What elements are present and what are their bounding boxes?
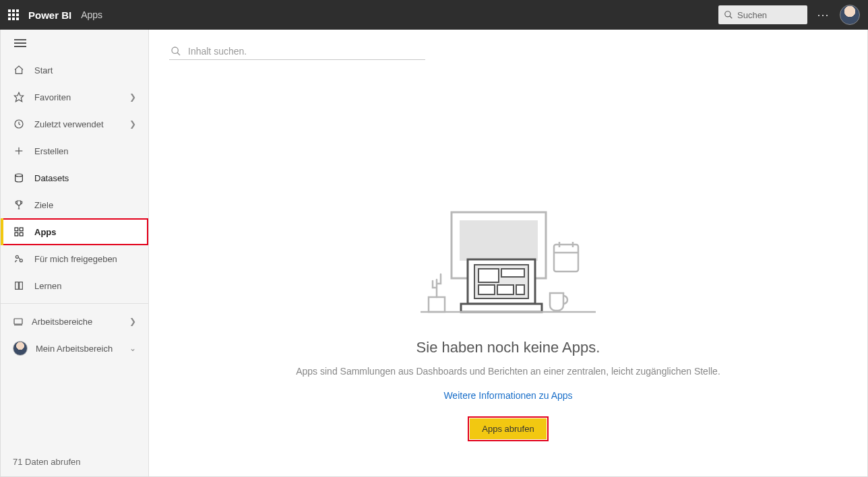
svg-marker-2 (14, 92, 23, 101)
sidebar-item-label: Mein Arbeitsbereich (36, 344, 113, 354)
plus-icon (13, 145, 25, 157)
sidebar-item-label: Apps (34, 227, 57, 237)
global-search-placeholder: Suchen (737, 10, 767, 20)
user-avatar[interactable] (840, 5, 860, 25)
svg-rect-9 (15, 232, 18, 236)
svg-rect-13 (14, 319, 22, 324)
workspace-avatar (13, 341, 28, 356)
sidebar-item-my-workspace[interactable]: Mein Arbeitsbereich ⌄ (1, 335, 148, 362)
sidebar-item-datasets[interactable]: Datasets (1, 164, 148, 191)
svg-rect-10 (20, 232, 23, 236)
chevron-right-icon: ❯ (129, 317, 136, 326)
datasets-icon (13, 172, 25, 184)
svg-rect-26 (497, 285, 514, 294)
sidebar-get-data[interactable]: 71 Daten abrufen (1, 447, 148, 476)
empty-state-subtitle: Apps sind Sammlungen aus Dashboards und … (296, 366, 720, 377)
svg-rect-8 (20, 228, 23, 231)
content-search-input[interactable] (188, 46, 424, 57)
sidebar-item-label: Zuletzt verwendet (34, 119, 104, 129)
get-apps-button[interactable]: Apps abrufen (470, 418, 546, 439)
topbar-left: Power BI Apps (8, 9, 102, 21)
brand-label: Power BI (28, 9, 71, 21)
sidebar: Start Favoriten ❯ Zuletzt verwendet ❯ (1, 30, 149, 476)
sidebar-item-label: Arbeitsbereiche (32, 317, 92, 327)
empty-state-learn-link[interactable]: Weitere Informationen zu Apps (443, 390, 572, 401)
sidebar-item-favorites[interactable]: Favoriten ❯ (1, 84, 148, 110)
empty-state-illustration (421, 208, 596, 316)
svg-rect-28 (461, 304, 542, 312)
trophy-icon (13, 199, 25, 211)
top-bar: Power BI Apps Suchen ⋯ (0, 0, 868, 30)
search-icon (170, 46, 181, 57)
main-content: Sie haben noch keine Apps. Apps sind Sam… (149, 30, 867, 476)
topbar-right: Suchen ⋯ (718, 5, 860, 25)
sidebar-item-create[interactable]: Erstellen (1, 137, 148, 164)
app-launcher-icon[interactable] (8, 9, 19, 20)
sidebar-item-workspaces[interactable]: Arbeitsbereiche ❯ (1, 308, 148, 335)
sidebar-item-shared[interactable]: Für mich freigegeben (1, 245, 148, 272)
workspaces-icon (13, 316, 24, 327)
sidebar-item-label: Favoriten (34, 92, 71, 102)
sidebar-item-apps[interactable]: Apps (1, 218, 148, 245)
sidebar-item-start[interactable]: Start (1, 57, 148, 84)
svg-line-16 (177, 53, 180, 55)
sidebar-item-learn[interactable]: Lernen (1, 272, 148, 299)
global-search[interactable]: Suchen (718, 5, 807, 24)
svg-point-15 (172, 47, 178, 53)
svg-line-1 (730, 16, 733, 19)
sidebar-item-label: Erstellen (34, 146, 69, 156)
svg-rect-24 (501, 269, 524, 277)
svg-rect-18 (460, 220, 538, 261)
home-icon (13, 64, 25, 76)
svg-point-6 (16, 174, 23, 177)
sidebar-item-recent[interactable]: Zuletzt verwendet ❯ (1, 110, 148, 137)
sidebar-item-label: Datasets (34, 173, 69, 183)
svg-point-0 (725, 11, 731, 17)
svg-rect-27 (516, 285, 524, 294)
chevron-down-icon: ⌄ (129, 344, 136, 353)
book-icon (13, 280, 25, 292)
content-search[interactable] (169, 43, 425, 60)
sidebar-item-label: Ziele (34, 200, 53, 210)
more-menu-button[interactable]: ⋯ (817, 7, 830, 22)
sidebar-item-goals[interactable]: Ziele (1, 191, 148, 218)
sidebar-separator (1, 303, 148, 304)
chevron-right-icon: ❯ (129, 119, 136, 129)
svg-rect-29 (554, 245, 578, 272)
star-icon (13, 91, 25, 103)
sidebar-item-label: Start (34, 65, 53, 75)
clock-icon (13, 118, 25, 130)
sidebar-item-label: Für mich freigegeben (34, 254, 117, 264)
search-icon (724, 10, 733, 20)
breadcrumb: Apps (81, 9, 102, 20)
nav: Start Favoriten ❯ Zuletzt verwendet ❯ (1, 57, 148, 299)
empty-state-title: Sie haben noch keine Apps. (416, 339, 600, 356)
svg-rect-7 (15, 228, 18, 231)
svg-rect-23 (478, 269, 499, 282)
chevron-right-icon: ❯ (129, 92, 136, 102)
empty-state: Sie haben noch keine Apps. Apps sind Sam… (149, 60, 867, 476)
svg-rect-33 (429, 297, 445, 312)
share-icon (13, 253, 25, 265)
sidebar-toggle-button[interactable] (14, 39, 26, 47)
svg-rect-25 (478, 285, 495, 294)
sidebar-item-label: Lernen (34, 281, 61, 291)
apps-icon (13, 226, 25, 238)
svg-point-11 (16, 255, 18, 258)
